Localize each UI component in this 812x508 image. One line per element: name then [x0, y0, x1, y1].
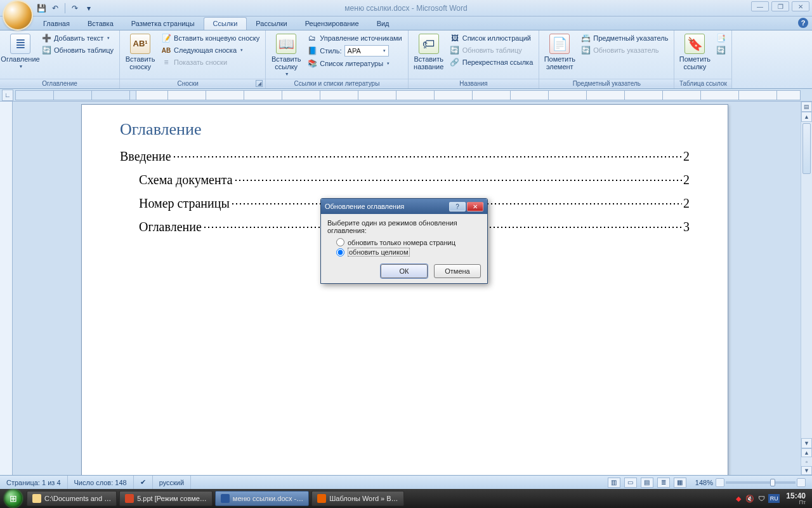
radio-update-page-numbers[interactable]: обновить только номера страниц [336, 238, 481, 246]
view-full-screen[interactable]: ▭ [624, 478, 637, 488]
insert-footnote-button[interactable]: AB¹ Вставить сноску [124, 32, 157, 72]
taskbar-item[interactable]: Шаблоны Word » В… [311, 491, 403, 506]
next-footnote-button[interactable]: AB Следующая сноска ▾ [159, 44, 261, 56]
tab-home[interactable]: Главная [34, 18, 79, 30]
status-language[interactable]: русский [153, 476, 191, 489]
status-word-count[interactable]: Число слов: 148 [68, 476, 134, 489]
taskbar-item-label: Шаблоны Word » В… [329, 495, 398, 502]
vertical-scrollbar[interactable]: ▤ ▲ ▼ ▲ ◦ ▼ [801, 102, 812, 475]
close-button[interactable]: ✕ [792, 1, 809, 11]
bibliography-button[interactable]: 📚 Список литературы ▾ [305, 58, 403, 69]
taskbar-item[interactable]: 5.ppt [Режим совме… [119, 491, 213, 506]
citation-style-combobox[interactable]: APA ▾ [344, 45, 389, 57]
status-page[interactable]: Страница: 1 из 4 [0, 476, 68, 489]
cross-reference-button[interactable]: 🔗 Перекрестная ссылка [448, 57, 535, 68]
view-print-layout[interactable]: ▥ [608, 478, 620, 488]
insert-citation-button[interactable]: Вставить ссылку ▼ [270, 32, 303, 78]
update-authorities-button[interactable]: 🔄 [714, 44, 728, 56]
add-text-button[interactable]: ➕ Добавить текст ▾ [39, 32, 115, 44]
toc-entry-page: 3 [683, 220, 690, 234]
toc-entry[interactable]: Введение 2 [120, 145, 690, 164]
qat-redo[interactable]: ↷ [69, 3, 81, 14]
dialog-help-button[interactable]: ? [449, 202, 466, 211]
taskbar-item[interactable]: C:\Documents and … [27, 491, 117, 506]
insert-index-button[interactable]: 📇 Предметный указатель [579, 32, 670, 44]
office-button[interactable] [4, 1, 32, 29]
scroll-down[interactable]: ▼ [801, 438, 812, 448]
toc-button[interactable]: Оглавление ▼ [4, 32, 37, 70]
qat-save[interactable]: 💾 [36, 3, 47, 14]
insert-endnote-button[interactable]: 📝 Вставить концевую сноску [159, 32, 261, 44]
tab-review[interactable]: Рецензирование [296, 18, 368, 30]
tray-icon[interactable]: ◆ [734, 494, 743, 503]
view-outline[interactable]: ≣ [657, 478, 670, 488]
tab-page-layout[interactable]: Разметка страницы [122, 18, 204, 30]
mark-entry-button[interactable]: Пометить элемент [543, 32, 576, 72]
view-draft[interactable]: ▦ [674, 478, 686, 488]
tab-insert[interactable]: Вставка [79, 18, 122, 30]
radio-input[interactable] [336, 238, 344, 246]
footnote-icon: AB¹ [130, 34, 150, 54]
ruler-toggle[interactable]: ▤ [801, 102, 812, 112]
help-button[interactable]: ? [798, 18, 808, 28]
table-of-figures-button[interactable]: 🖼 Список иллюстраций [448, 32, 535, 44]
tab-selector[interactable]: ∟ [2, 90, 13, 101]
vertical-ruler[interactable] [0, 102, 13, 475]
page: Оглавление Введение 2 Схема документа 2 … [81, 104, 728, 475]
zoom-slider[interactable] [726, 481, 796, 484]
tab-view[interactable]: Вид [368, 18, 398, 30]
mark-citation-button[interactable]: Пометить ссылку [678, 32, 711, 72]
tray-icon[interactable]: 🔇 [745, 494, 754, 503]
manage-sources-button[interactable]: 🗂 Управление источниками [305, 32, 403, 44]
toc-leader [173, 145, 682, 161]
maximize-button[interactable]: ❐ [771, 1, 789, 11]
radio-input[interactable] [336, 248, 344, 257]
radio-update-entire[interactable]: обновить целиком [336, 248, 481, 257]
next-footnote-icon: AB [161, 45, 171, 55]
insert-caption-button[interactable]: Вставить название [412, 32, 445, 72]
insert-authorities-button[interactable]: 📑 [714, 32, 728, 44]
scroll-track[interactable] [801, 122, 812, 438]
tab-references[interactable]: Ссылки [204, 17, 247, 30]
zoom-thumb[interactable] [770, 479, 775, 486]
cancel-button[interactable]: Отмена [434, 264, 481, 278]
crossref-icon: 🔗 [450, 57, 460, 67]
update-toc-button[interactable]: 🔄 Обновить таблицу [39, 44, 115, 56]
style-label: Стиль: [320, 47, 341, 55]
citation-icon [276, 34, 296, 54]
dialog-titlebar[interactable]: Обновление оглавления ? ✕ [321, 199, 487, 214]
status-proofing[interactable]: ✔ [134, 476, 153, 489]
qat-customize[interactable]: ▾ [83, 3, 95, 14]
scroll-thumb[interactable] [802, 123, 811, 174]
start-button[interactable] [1, 489, 25, 508]
document-viewport[interactable]: Оглавление Введение 2 Схема документа 2 … [13, 102, 801, 475]
chevron-down-icon: ▾ [383, 48, 386, 53]
browse-object[interactable]: ◦ [801, 457, 812, 466]
next-page[interactable]: ▼ [801, 466, 812, 475]
dialog-close-button[interactable]: ✕ [467, 202, 483, 211]
toc-entry-page: 2 [683, 173, 690, 187]
tab-mailings[interactable]: Рассылки [247, 18, 296, 30]
powerpoint-icon [125, 494, 134, 503]
dialog-body: Выберите один из режимов обновления огла… [321, 214, 487, 260]
scroll-up[interactable]: ▲ [801, 112, 812, 122]
show-notes-button[interactable]: ≡ Показать сноски [159, 57, 261, 68]
tray-icon[interactable]: 🛡 [757, 494, 766, 503]
toc-entry[interactable]: Схема документа 2 [120, 169, 690, 187]
update-index-button[interactable]: 🔄 Обновить указатель [579, 44, 670, 56]
taskbar-item[interactable]: меню ссылки.docx -… [215, 491, 309, 506]
prev-page[interactable]: ▲ [801, 448, 812, 457]
window-controls: — ❐ ✕ [751, 1, 809, 11]
view-web-layout[interactable]: ▤ [641, 478, 653, 488]
zoom-level[interactable]: 148% [689, 476, 719, 489]
minimize-button[interactable]: — [751, 1, 769, 11]
update-figures-button[interactable]: 🔄 Обновить таблицу [448, 44, 535, 56]
horizontal-ruler[interactable] [15, 90, 801, 100]
dialog-launcher-icon[interactable]: ◢ [256, 80, 263, 87]
document-area: Оглавление Введение 2 Схема документа 2 … [0, 102, 812, 475]
tray-language[interactable]: RU [768, 494, 780, 503]
taskbar-clock[interactable]: 15:40 Пт [782, 492, 809, 505]
ok-button[interactable]: ОК [381, 264, 428, 278]
toc-entry-text: Введение [120, 149, 171, 164]
qat-undo[interactable]: ↶ [49, 3, 61, 14]
